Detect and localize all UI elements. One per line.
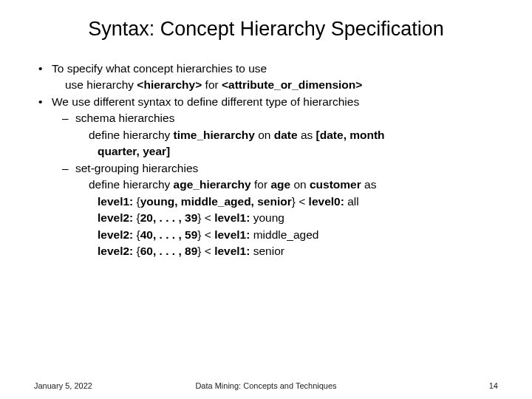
slide-body: To specify what concept hierarchies to u… (34, 61, 498, 259)
bullet-2a-def2: quarter, year] (34, 144, 498, 159)
level2: level2: {20, . . . , 39} < level1: young (34, 211, 498, 225)
level3: level2: {40, . . . , 59} < level1: middl… (34, 228, 498, 242)
level1: level1: {young, middle_aged, senior} < l… (34, 194, 498, 209)
footer-center: Data Mining: Concepts and Techniques (0, 381, 532, 390)
bullet-1: To specify what concept hierarchies to u… (34, 61, 498, 76)
bullet-1-sub: use hierarchy <hierarchy> for <attribute… (34, 78, 498, 92)
bullet-2: We use different syntax to define differ… (34, 95, 498, 109)
footer: January 5, 2022 Data Mining: Concepts an… (0, 381, 532, 390)
bullet-2b-def: define hierarchy age_hierarchy for age o… (34, 177, 498, 192)
level4: level2: {60, . . . , 89} < level1: senio… (34, 244, 498, 259)
slide: Syntax: Concept Hierarchy Specification … (0, 0, 532, 399)
slide-title: Syntax: Concept Hierarchy Specification (34, 18, 498, 41)
bullet-2a-def: define hierarchy time_hierarchy on date … (34, 128, 498, 143)
bullet-2a: schema hierarchies (34, 111, 498, 126)
bullet-2b: set-grouping hierarchies (34, 161, 498, 176)
